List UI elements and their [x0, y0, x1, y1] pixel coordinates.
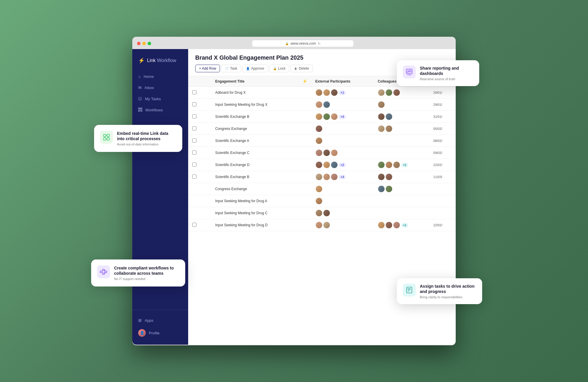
card-subtitle: No IT support needed [114, 277, 179, 281]
avatar-count: +2 [339, 163, 346, 167]
address-bar[interactable]: 🔒 www.veeva.com ↻ [252, 40, 353, 47]
sidebar-item-my-tasks[interactable]: ☑ My Tasks [132, 93, 188, 104]
avatar [315, 101, 323, 108]
engagement-title: Scientific Exchange B [211, 171, 298, 183]
card-assign-tasks: Assign tasks to drive action and progres… [397, 278, 482, 304]
due-date [429, 207, 456, 219]
row-checkbox[interactable] [192, 162, 196, 167]
avatar [378, 101, 385, 108]
sidebar-item-home-label: Home [143, 74, 154, 79]
avatar [323, 210, 330, 217]
due-date [429, 195, 456, 207]
card-icon [97, 265, 110, 278]
table-row: Scientific Exchange B +4 [188, 111, 456, 123]
table-row: Adboard for Drug X +1 [188, 87, 456, 99]
row-checkbox[interactable] [192, 102, 196, 106]
svg-line-32 [104, 272, 105, 274]
tasks-icon: ☑ [138, 96, 142, 101]
task-button[interactable]: 📄 Task [221, 65, 241, 72]
avatar-count: +1 [401, 163, 408, 167]
row-checkbox[interactable] [192, 126, 196, 130]
avatar [385, 89, 392, 96]
table-row: Scientific Exchange D +2 [188, 159, 456, 171]
avatar [315, 89, 323, 96]
svg-point-11 [410, 70, 410, 71]
avatar [385, 222, 392, 229]
col-indicator [201, 76, 211, 87]
due-date: 08/02/ [429, 135, 456, 147]
external-participants [315, 101, 370, 108]
avatar [315, 185, 323, 192]
sidebar-item-inbox[interactable]: ✉ Inbox [132, 82, 188, 93]
engagement-title: Scientific Exchange D [211, 159, 298, 171]
due-date: 22/02/ [429, 159, 456, 171]
avatar [385, 113, 392, 120]
avatar [393, 89, 400, 96]
logo-text: Link Workflow [147, 58, 176, 63]
row-checkbox[interactable] [192, 175, 196, 179]
sidebar-bottom: ⊞ Apps 👤 Profile [132, 310, 188, 345]
row-checkbox[interactable] [192, 138, 196, 143]
avatar [315, 210, 323, 217]
sidebar-item-home[interactable]: ⌂ Home [132, 71, 188, 82]
svg-point-12 [411, 71, 411, 72]
svg-point-10 [409, 71, 410, 72]
row-checkbox[interactable] [192, 223, 196, 227]
row-checkbox[interactable] [192, 90, 196, 94]
row-checkbox[interactable] [192, 114, 196, 118]
external-participants: +4 [315, 113, 370, 120]
svg-rect-27 [103, 269, 104, 271]
svg-rect-3 [141, 110, 142, 111]
svg-rect-28 [103, 273, 104, 274]
avatar [315, 149, 323, 156]
svg-rect-0 [138, 108, 140, 109]
avatar [323, 222, 330, 229]
add-row-button[interactable]: + Add Row [195, 65, 220, 72]
avatar [393, 222, 400, 229]
sidebar-item-apps[interactable]: ⊞ Apps [132, 315, 188, 326]
sidebar-item-workflows[interactable]: Workflows [132, 104, 188, 116]
card-title: Share reporting and dashboards [420, 66, 473, 76]
external-participants [315, 137, 370, 144]
row-checkbox[interactable] [192, 150, 196, 155]
sidebar-item-inbox-label: Inbox [145, 86, 154, 90]
avatar [315, 161, 323, 168]
delete-button[interactable]: 🗑 Delete [290, 65, 313, 72]
table-row: Scientific Exchange A 08/02/ [188, 135, 456, 147]
avatar [323, 101, 330, 108]
lock-icon: 🔒 [273, 67, 277, 70]
card-content: Share reporting and dashboards Real-time… [420, 66, 473, 81]
table-row: Input Seeking Meeting for Drug D [188, 219, 456, 231]
sidebar: ⚡ Link Workflow ⌂ Home ✉ Inbox ☑ My Task… [132, 49, 188, 345]
avatar-count: +4 [339, 115, 346, 119]
avatar [315, 125, 323, 132]
avatar [315, 173, 323, 180]
logo: ⚡ Link Workflow [132, 55, 188, 71]
avatar [378, 113, 385, 120]
card-create-workflows: Create compliant workflows to collaborat… [91, 259, 185, 286]
traffic-light-green[interactable] [148, 42, 151, 45]
sidebar-item-workflows-label: Workflows [145, 108, 163, 112]
external-participants [315, 185, 370, 192]
colleagues [378, 185, 425, 192]
engagement-title: Adboard for Drug X [211, 87, 298, 99]
avatar [331, 89, 338, 96]
table-row: Input Seeking Meeting for Drug A [188, 195, 456, 207]
workflows-icon [138, 108, 142, 113]
due-date: 11/03/ [429, 171, 456, 183]
card-content: Create compliant workflows to collaborat… [114, 265, 179, 281]
engagement-title: Scientific Exchange C [211, 147, 298, 159]
avatar [323, 173, 330, 180]
colleagues [378, 125, 425, 132]
sidebar-item-profile[interactable]: 👤 Profile [132, 326, 188, 340]
external-participants: +2 [315, 161, 370, 168]
engagement-title: Congress Exchange [211, 123, 298, 135]
external-participants: +4 [315, 173, 370, 180]
engagement-title: Input Seeking Meeting for Drug C [211, 207, 298, 219]
approve-button[interactable]: 👤 Approve [242, 65, 268, 72]
traffic-light-yellow[interactable] [142, 42, 146, 45]
card-icon [403, 284, 416, 296]
traffic-light-red[interactable] [137, 42, 141, 45]
refresh-icon[interactable]: ↻ [318, 42, 320, 46]
lock-button[interactable]: 🔒 Lock [269, 65, 289, 72]
